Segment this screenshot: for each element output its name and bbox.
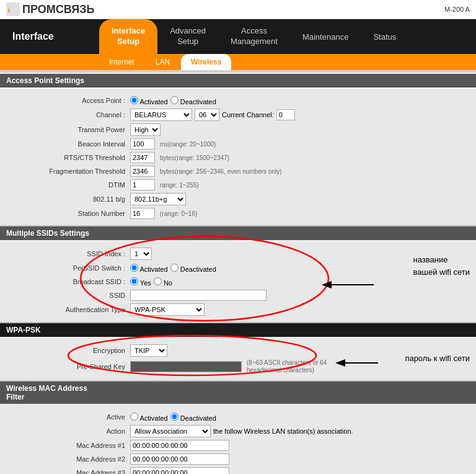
row-mac-3: Mac Address #3 xyxy=(0,466,476,474)
select-tx-power[interactable]: High xyxy=(130,123,161,136)
control-beacon: ms(range: 20~1000) xyxy=(130,138,470,150)
input-rts[interactable] xyxy=(130,152,155,163)
select-country[interactable]: BELARUS xyxy=(130,109,192,121)
control-access-point: Activated Deactivated xyxy=(130,96,470,105)
radio-perssid-activated[interactable] xyxy=(130,264,138,272)
input-ssid[interactable] xyxy=(130,290,267,301)
select-auth-type[interactable]: WPA-PSK xyxy=(130,303,205,316)
row-broadcast-ssid: Broadcast SSID : Yes No xyxy=(0,275,476,288)
radio-deactivated-label[interactable]: Deactivated xyxy=(170,96,216,105)
hint-dtim: range: 1~255) xyxy=(160,182,199,189)
model-number: M-200 A xyxy=(444,6,470,13)
label-beacon: Beacon Interval xyxy=(6,140,130,148)
label-access-point: Access Point : xyxy=(6,97,130,104)
logo-icon: i xyxy=(6,2,20,16)
select-mac-action[interactable]: Allow Association xyxy=(130,425,211,437)
radio-mac-deactivated[interactable] xyxy=(170,413,178,421)
control-dtim: range: 1~255) xyxy=(130,179,470,190)
row-frag: Fragmentation Threshold bytes(range: 256… xyxy=(0,164,476,178)
control-mode: 802.11b+g xyxy=(130,193,470,205)
radio-activated[interactable] xyxy=(130,96,138,104)
sub-tab-lan[interactable]: LAN xyxy=(146,54,180,70)
control-broadcast-ssid: Yes No xyxy=(130,277,470,287)
section-mac-body: Active Activated Deactivated Action Allo… xyxy=(0,405,476,474)
radio-broadcast-yes-label[interactable]: Yes xyxy=(130,277,151,287)
section-ssid-header: Multiple SSIDs Settings xyxy=(0,226,476,240)
tab-advanced-setup[interactable]: Advanced Setup xyxy=(157,19,218,54)
radio-mac-activated-label[interactable]: Activated xyxy=(130,413,168,422)
control-ssid xyxy=(130,290,470,301)
annotation-wifi-password: пароль к wifi сети xyxy=(405,354,470,363)
row-tx-power: Transmit Power High xyxy=(0,122,476,137)
radio-deactivated[interactable] xyxy=(170,96,178,104)
tab-access-management[interactable]: Access Management xyxy=(218,19,290,54)
current-channel-label: Current Channel: xyxy=(222,111,274,118)
label-mac-2: Mac Address #2 xyxy=(6,455,130,463)
select-encryption[interactable]: TKIP xyxy=(130,344,167,357)
section-wpa-psk-header: WPA-PSK xyxy=(0,323,476,337)
wpa-section-wrapper: Encryption TKIP Pre-Shared Key (8~63 ASC… xyxy=(0,338,476,382)
input-station[interactable] xyxy=(130,208,155,219)
radio-broadcast-no-label[interactable]: No xyxy=(154,277,172,287)
row-auth-type: Authentication Type WPA-PSK xyxy=(0,302,476,317)
control-station: (range: 0~16) xyxy=(130,208,470,219)
tab-maintenance[interactable]: Maintenance xyxy=(290,19,361,54)
sub-tab-wireless[interactable]: Wireless xyxy=(181,54,231,70)
radio-perssid-deactivated-label[interactable]: Deactivated xyxy=(170,264,216,273)
row-mode: 802.11 b/g 802.11b+g xyxy=(0,192,476,207)
row-mac-2: Mac Address #2 xyxy=(0,452,476,466)
label-tx-power: Transmit Power xyxy=(6,126,130,133)
label-dtim: DTIM xyxy=(6,181,130,189)
input-psk[interactable] xyxy=(130,361,242,372)
label-mac-active: Active xyxy=(6,413,130,421)
label-mac-1: Mac Address #1 xyxy=(6,442,130,449)
input-mac-1[interactable] xyxy=(130,440,229,451)
input-dtim[interactable] xyxy=(130,179,155,190)
section-access-point-header: Access Point Settings xyxy=(0,74,476,87)
input-mac-2[interactable] xyxy=(130,454,229,465)
row-mac-action: Action Allow Association the follow Wire… xyxy=(0,424,476,439)
radio-broadcast-no[interactable] xyxy=(154,277,162,285)
label-ssid-index: SSID Index : xyxy=(6,250,130,257)
tab-interface-setup[interactable]: Interface Setup xyxy=(99,19,157,54)
ssid-section-wrapper: SSID Index : 1 PerSSID Switch : Activate… xyxy=(0,241,476,323)
row-channel: Channel : BELARUS 06 Current Channel: xyxy=(0,107,476,122)
label-encryption: Encryption xyxy=(6,347,130,354)
input-beacon[interactable] xyxy=(130,138,155,150)
nav-bar: Interface Interface Setup Advanced Setup… xyxy=(0,19,476,54)
label-mac-action: Action xyxy=(6,427,130,435)
radio-perssid-activated-label[interactable]: Activated xyxy=(130,264,168,273)
hint-frag: bytes(range: 256~2346, even numbers only… xyxy=(160,168,282,175)
row-rts: RTS/CTS Threshold bytes(range: 1500~2347… xyxy=(0,151,476,164)
hint-rts: bytes(range: 1500~2347) xyxy=(160,154,229,161)
radio-broadcast-yes[interactable] xyxy=(130,277,138,285)
logo-text: ПРОМСВЯЗЬ xyxy=(22,3,94,16)
radio-activated-label[interactable]: Activated xyxy=(130,96,168,105)
svg-text:i: i xyxy=(8,7,10,14)
select-ssid-index[interactable]: 1 xyxy=(130,248,152,260)
current-channel-input[interactable] xyxy=(276,109,295,120)
mac-rows: Mac Address #1 Mac Address #2 Mac Addres… xyxy=(0,439,476,474)
select-channel-number[interactable]: 06 xyxy=(195,109,219,121)
control-frag: bytes(range: 256~2346, even numbers only… xyxy=(130,166,470,177)
mac-action-suffix: the follow Wireless LAN station(s) assoc… xyxy=(213,427,353,435)
hint-beacon: ms(range: 20~1000) xyxy=(160,141,216,148)
row-dtim: DTIM range: 1~255) xyxy=(0,178,476,192)
content-area: Access Point Settings Access Point : Act… xyxy=(0,71,476,474)
input-mac-3[interactable] xyxy=(130,467,229,474)
control-tx-power: High xyxy=(130,123,470,136)
radio-mac-deactivated-label[interactable]: Deactivated xyxy=(170,413,216,422)
radio-mac-activated[interactable] xyxy=(130,413,138,421)
row-station: Station Number (range: 0~16) xyxy=(0,207,476,220)
sub-tab-internet[interactable]: Internet xyxy=(99,54,144,70)
label-perssid: PerSSID Switch : xyxy=(6,264,130,272)
select-mode[interactable]: 802.11b+g xyxy=(130,193,186,205)
hint-station: (range: 0~16) xyxy=(160,210,197,217)
input-frag[interactable] xyxy=(130,166,155,177)
control-auth-type: WPA-PSK xyxy=(130,303,470,316)
label-mac-3: Mac Address #3 xyxy=(6,469,130,474)
top-bar: i ПРОМСВЯЗЬ M-200 A xyxy=(0,0,476,19)
radio-perssid-deactivated[interactable] xyxy=(170,264,178,272)
control-mac-1 xyxy=(130,440,470,451)
tab-status[interactable]: Status xyxy=(361,19,408,54)
